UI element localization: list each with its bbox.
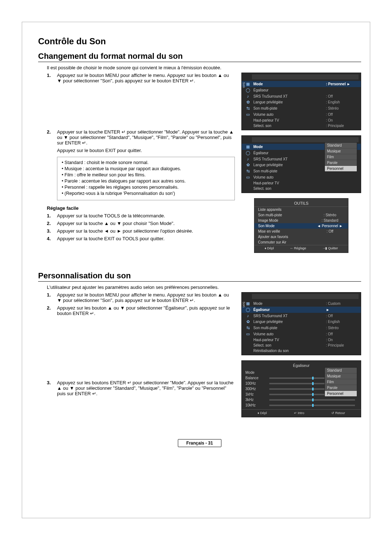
osd-row[interactable]: ◯Égaliseur ► (242, 307, 361, 313)
easy-steps: 1.Appuyer sur la touche TOOLS de la télé… (47, 213, 235, 241)
tools-row[interactable]: Liste appareils (254, 207, 348, 212)
eq-mode-dropdown[interactable]: StandardMusiqueFilmParolePersonnel (324, 367, 357, 397)
eq-row-label: 100Hz (245, 381, 267, 385)
tools-row[interactable]: Son multi-piste: Stéréo (254, 212, 348, 218)
osd-row-value: : Off (326, 94, 359, 98)
tools-row-label: Son Mode (258, 224, 315, 228)
eq-row-label: 300Hz (245, 387, 267, 391)
note-item: • Standard : choisit le mode sonore norm… (62, 160, 230, 165)
egaliseur-osd: Égaliseur ModeBalance100Hz300Hz1kHz3kHz1… (241, 360, 361, 417)
osd-row-label: Sélect. son (252, 187, 326, 191)
osd-row-label: Volume auto (252, 175, 326, 179)
osd-row[interactable]: Réinitialisation du son (242, 348, 361, 353)
osd-row-value: : Personnel ► (326, 82, 359, 86)
osd-son-menu-1: Son ▦Mode: Personnel ►◯Égaliseur♪SRS Tru… (241, 73, 361, 130)
tools-row-value (315, 240, 344, 244)
tools-foot-move: ♦ Dépl (265, 246, 274, 250)
eq-slider[interactable] (269, 399, 355, 401)
osd-row-label: Haut-parleur TV (252, 338, 326, 342)
osd-row-label: Son multi-piste (252, 169, 326, 173)
osd-row[interactable]: ◯Égaliseur (242, 87, 361, 93)
osd-row[interactable]: ▦Mode: Personnel ► (242, 81, 361, 87)
tools-row-value: : Stéréo (315, 213, 344, 217)
dropdown-option[interactable]: Standard (325, 368, 357, 373)
osd-row[interactable]: ▭Volume auto (242, 174, 361, 180)
osd-row-icon: ⇆ (244, 326, 252, 330)
dropdown-option[interactable]: Parole (325, 385, 357, 391)
osd-row-label: Langue privilégiée (252, 320, 326, 324)
osd-row[interactable]: Haut-parleur TV (242, 180, 361, 186)
eq-row-label: 3kHz (245, 398, 267, 402)
subsection1-title: Changement du format normal du son (38, 52, 361, 62)
section-title: Contrôle du Son (38, 36, 361, 46)
dropdown-option[interactable]: Musique (325, 148, 357, 154)
osd-row-label: SRS TruSurround XT (252, 157, 326, 161)
dropdown-option[interactable]: Personnel (325, 166, 357, 172)
eq-row-label: Balance (245, 376, 267, 380)
eq-row[interactable]: 3kHz (242, 397, 361, 402)
osd-row[interactable]: ⇆Son multi-piste: Stéréo (242, 105, 361, 111)
eq-row-label: Mode (245, 371, 267, 375)
step-body: Appuyez sur le bouton MENU pour afficher… (57, 73, 235, 83)
subsection2-title: Personnalisation du son (38, 271, 361, 282)
tools-row[interactable]: Ajouter aux favoris (254, 234, 348, 240)
section1-steps: 1. Appuyez sur le bouton MENU pour affic… (47, 73, 235, 83)
osd-side-label: Son (242, 82, 246, 88)
note-item: • Personnel : rappelle les réglages sono… (62, 185, 230, 190)
osd-son-menu-3: Son ▦Mode: Custom◯Égaliseur ►♪SRS TruSur… (241, 292, 361, 355)
tools-title: OUTILS (254, 200, 348, 207)
osd-row[interactable]: ✿Langue privilégiée: English (242, 99, 361, 105)
eq-row[interactable]: 10kHz (242, 402, 361, 408)
osd-row-icon: ▭ (244, 112, 252, 117)
osd-row-label: Haut-parleur TV (252, 118, 326, 122)
section2-steps: 1.Appuyez sur le bouton MENU pour affich… (47, 292, 235, 316)
osd-row-value: : On (326, 118, 359, 122)
eq-row-label: 1kHz (245, 392, 267, 396)
tools-foot-adjust: ↔ Réglage (290, 246, 306, 250)
osd-row[interactable]: Haut-parleur TV: On (242, 337, 361, 343)
dropdown-option[interactable]: Personnel (325, 391, 357, 397)
dropdown-option[interactable]: Musique (325, 373, 357, 379)
dropdown-option[interactable]: Film (325, 379, 357, 385)
dropdown-option[interactable]: Parole (325, 160, 357, 166)
osd-row-icon: ♪ (244, 94, 252, 98)
osd-row[interactable]: Sélect. son: Principale (242, 123, 361, 128)
dropdown-option[interactable]: Standard (325, 143, 357, 148)
eq-foot-return: ↺ Retour (331, 411, 345, 415)
tools-row-value: : Standard (315, 218, 344, 222)
tools-row[interactable]: Image Mode: Standard (254, 218, 348, 223)
osd-row[interactable]: Sélect. son (242, 186, 361, 191)
osd-row[interactable]: ♪SRS TruSurround XT: Off (242, 313, 361, 319)
osd-row-label: Mode (252, 145, 326, 149)
osd-row-icon: ▭ (244, 175, 252, 180)
osd-row-value: : English (326, 100, 359, 104)
osd-row[interactable]: ♪SRS TruSurround XT: Off (242, 93, 361, 99)
osd-row-value: : On (326, 338, 359, 342)
osd-row-icon: ▦ (244, 144, 252, 149)
osd-row-icon: ◯ (244, 88, 252, 93)
mode-dropdown[interactable]: StandardMusiqueFilmParolePersonnel (324, 142, 357, 172)
osd-row[interactable]: Haut-parleur TV: On (242, 118, 361, 123)
osd-row[interactable]: ⇆Son multi-piste: Stéréo (242, 325, 361, 331)
tools-row[interactable]: Commuter sur Air (254, 240, 348, 245)
osd-row[interactable]: ▭Volume auto: Off (242, 331, 361, 337)
osd-row-label: Son multi-piste (252, 326, 326, 330)
osd-row-value: : Principale (326, 343, 359, 347)
osd-row-label: Langue privilégiée (252, 163, 326, 167)
osd-row-value: : Off (326, 112, 359, 116)
osd-row[interactable]: ▭Volume auto: Off (242, 111, 361, 118)
osd-row-icon: ✿ (244, 319, 252, 324)
tools-row[interactable]: Son Mode◄ Personnel ► (254, 223, 348, 229)
osd-row-icon: ⇆ (244, 169, 252, 173)
osd-row-icon: ♪ (244, 314, 252, 318)
eq-slider[interactable] (269, 405, 355, 406)
tools-row[interactable]: Mise en veille: Off (254, 229, 348, 234)
tools-row-label: Image Mode (258, 218, 315, 222)
osd-row[interactable]: Sélect. son: Principale (242, 343, 361, 348)
tools-row-value (315, 235, 344, 239)
osd-row[interactable]: ▦Mode: Custom (242, 300, 361, 307)
osd-row-label: Volume auto (252, 332, 326, 336)
tools-osd: OUTILS Liste appareilsSon multi-piste: S… (254, 198, 348, 253)
osd-row[interactable]: ✿Langue privilégiée: English (242, 319, 361, 325)
dropdown-option[interactable]: Film (325, 154, 357, 160)
